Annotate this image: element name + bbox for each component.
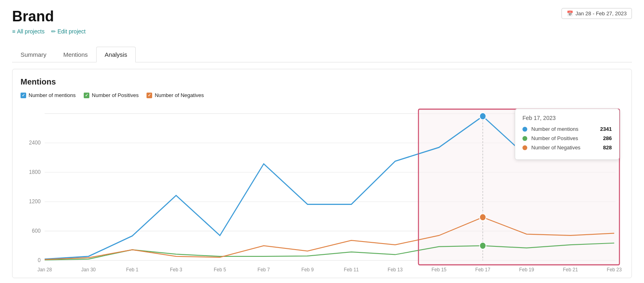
date-range-label: Jan 28 - Feb 27, 2023 [576,10,627,17]
svg-text:1800: 1800 [29,169,41,176]
pencil-icon: ✏ [51,28,56,35]
legend-negatives: ✓ Number of Negatives [147,92,204,98]
chart-area: 0 600 1200 1800 2400 Jan 28 Jan 30 Feb 1… [21,105,623,274]
svg-text:Feb 7: Feb 7 [258,267,270,273]
calendar-icon: 📅 [567,10,573,17]
edit-project-link[interactable]: ✏ Edit project [51,28,86,35]
legend-checkbox-mentions: ✓ [21,93,26,98]
header-links: ≡ All projects ✏ Edit project [12,28,86,35]
tooltip-row-negatives: Number of Negatives 828 [522,145,612,151]
legend-label-negatives: Number of Negatives [155,92,204,98]
page: Brand ≡ All projects ✏ Edit project 📅 Ja… [0,0,644,283]
svg-text:0: 0 [38,257,41,264]
brand-title: Brand [12,8,86,25]
tooltip-dot-negatives [522,145,527,150]
tooltip-label-negatives: Number of Negatives [531,145,599,151]
svg-text:Feb 17: Feb 17 [475,267,490,273]
all-projects-link[interactable]: ≡ All projects [12,28,45,35]
all-projects-label: All projects [17,28,44,35]
header: Brand ≡ All projects ✏ Edit project 📅 Ja… [12,8,632,39]
tooltip-row-mentions: Number of mentions 2341 [522,126,612,132]
tooltip-label-mentions: Number of mentions [531,126,596,132]
legend-mentions: ✓ Number of mentions [21,92,76,98]
svg-text:Feb 19: Feb 19 [519,267,534,273]
edit-project-label: Edit project [58,28,86,35]
svg-text:Feb 13: Feb 13 [388,267,402,273]
svg-text:Feb 9: Feb 9 [301,267,314,273]
svg-text:Jan 30: Jan 30 [81,267,96,273]
chart-tooltip: Feb 17, 2023 Number of mentions 2341 Num… [515,109,619,160]
svg-text:1200: 1200 [29,198,41,205]
tooltip-dot-mentions [522,127,527,132]
legend-label-mentions: Number of mentions [29,92,76,98]
legend-positives: ✓ Number of Positives [84,92,138,98]
svg-text:Feb 21: Feb 21 [563,267,578,273]
legend-checkbox-positives: ✓ [84,93,89,98]
tab-analysis[interactable]: Analysis [96,47,136,62]
legend-checkbox-negatives: ✓ [147,93,152,98]
tooltip-label-positives: Number of Positives [531,135,599,141]
header-left: Brand ≡ All projects ✏ Edit project [12,8,86,35]
tooltip-date: Feb 17, 2023 [522,115,612,121]
tab-mentions[interactable]: Mentions [55,47,96,62]
chart-legend: ✓ Number of mentions ✓ Number of Positiv… [21,92,623,98]
chart-container: Mentions ✓ Number of mentions ✓ Number o… [12,69,632,278]
tab-summary[interactable]: Summary [12,47,55,62]
svg-text:Feb 5: Feb 5 [214,267,226,273]
legend-label-positives: Number of Positives [92,92,138,98]
svg-text:Jan 28: Jan 28 [37,267,52,273]
tooltip-value-positives: 286 [603,135,612,141]
svg-text:Feb 23: Feb 23 [607,267,621,273]
svg-text:Feb 3: Feb 3 [170,267,182,273]
tabs: Summary Mentions Analysis [12,47,632,62]
svg-text:Feb 15: Feb 15 [431,267,446,273]
svg-text:600: 600 [32,228,41,234]
positives-dot [479,242,486,250]
tooltip-value-negatives: 828 [603,145,612,151]
date-range-button[interactable]: 📅 Jan 28 - Feb 27, 2023 [561,8,632,19]
tooltip-dot-positives [522,136,527,141]
negatives-dot [479,214,486,221]
tooltip-value-mentions: 2341 [600,126,612,132]
list-icon: ≡ [12,28,15,35]
svg-text:Feb 11: Feb 11 [344,267,359,273]
mentions-dot [479,113,486,120]
svg-text:2400: 2400 [29,140,41,146]
chart-title: Mentions [21,77,623,87]
svg-text:Feb 1: Feb 1 [126,267,138,273]
tooltip-row-positives: Number of Positives 286 [522,135,612,141]
